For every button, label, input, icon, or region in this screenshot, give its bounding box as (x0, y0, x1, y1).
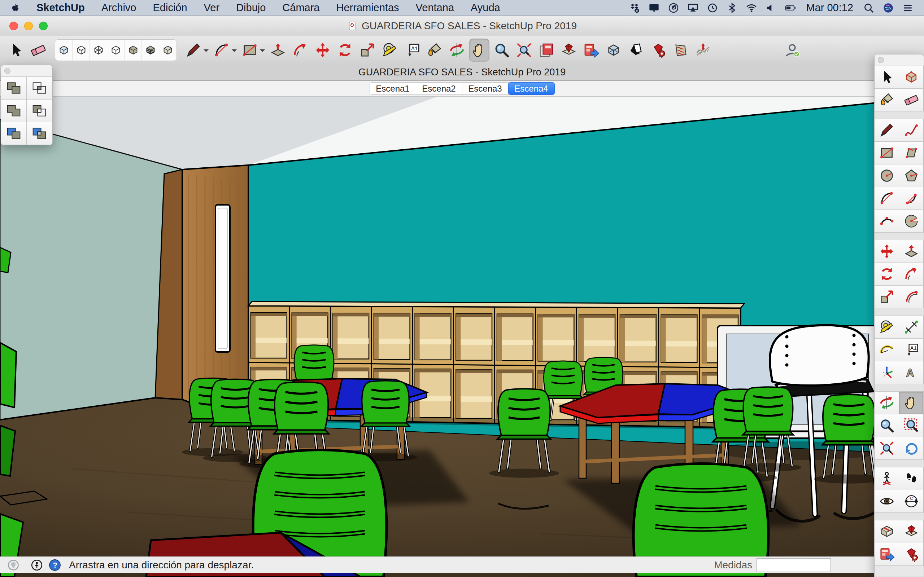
palette-tape-measure-button[interactable] (874, 316, 899, 338)
line-dropdown-arrow[interactable] (204, 49, 208, 55)
menubar-spotlight[interactable] (859, 2, 879, 14)
menubar-time-machine[interactable] (703, 2, 722, 14)
pan-button[interactable] (469, 39, 489, 62)
palette-arc-3point-button[interactable] (874, 210, 899, 233)
palette-text-button[interactable]: A1 (899, 338, 924, 361)
palette-follow-me-button[interactable] (899, 263, 924, 285)
menu-edicion[interactable]: Edición (144, 2, 195, 14)
palette-line-button[interactable] (874, 119, 899, 142)
tab-escena3[interactable]: Escena3 (462, 82, 509, 95)
scale-button[interactable] (357, 39, 378, 62)
credits-button[interactable] (30, 559, 43, 572)
palette-offset-button[interactable] (899, 285, 924, 308)
shadows-button[interactable] (626, 39, 646, 62)
palette-walk-button[interactable] (899, 467, 924, 490)
solid-split-button[interactable] (26, 122, 52, 145)
menubar-swirl[interactable] (664, 2, 683, 14)
style-wireframe-button[interactable] (90, 40, 107, 61)
menubar-dropbox[interactable] (625, 2, 644, 14)
large-tool-set-titlebar[interactable] (874, 55, 924, 66)
palette-extension-warehouse-button[interactable] (899, 520, 924, 543)
palette-polygon-button[interactable] (899, 164, 924, 187)
style-back-edges-button[interactable] (73, 40, 90, 61)
menu-camara[interactable]: Cámara (274, 2, 328, 14)
close-window-button[interactable] (10, 22, 18, 30)
paint-bucket-button[interactable] (425, 39, 445, 62)
menubar-siri[interactable] (879, 2, 898, 14)
menu-ayuda[interactable]: Ayuda (462, 2, 509, 14)
palette-zoom-extents-button[interactable] (874, 437, 899, 460)
palette-position-camera-button[interactable] (874, 467, 899, 490)
palette-pan-button[interactable] (899, 391, 924, 414)
push-pull-button[interactable] (268, 39, 288, 62)
palette-rotated-rectangle-button[interactable] (899, 141, 924, 164)
style-shaded-button[interactable] (124, 40, 142, 61)
palette-rotate-button[interactable] (874, 263, 899, 285)
help-button[interactable]: ? (48, 559, 61, 572)
palette-pie-button[interactable] (899, 210, 924, 233)
window-title-bar[interactable]: GUARDERIA SFO SALES - SketchUp Pro 2019 (0, 16, 924, 36)
minimize-window-button[interactable] (24, 22, 33, 30)
tab-escena4[interactable]: Escena4 (508, 82, 555, 95)
palette-send-to-layout-button[interactable] (874, 543, 899, 566)
arc-dropdown-arrow[interactable] (232, 49, 237, 55)
line-button[interactable] (183, 39, 204, 62)
menubar-battery[interactable] (781, 2, 800, 14)
sign-in-button[interactable] (782, 39, 803, 62)
menu-ver[interactable]: Ver (195, 2, 228, 14)
menu-dibujo[interactable]: Dibujo (228, 2, 274, 14)
palette-select-button[interactable] (874, 66, 899, 89)
style-hidden-line-button[interactable] (107, 40, 124, 61)
palette-push-pull-button[interactable] (899, 240, 924, 263)
palette-section-plane-button[interactable]: C (899, 490, 924, 513)
arc-button[interactable] (212, 39, 232, 62)
solid-intersect-button[interactable] (26, 76, 52, 100)
palette-look-around-button[interactable] (874, 490, 899, 513)
move-button[interactable] (313, 39, 333, 62)
model-viewport[interactable] (0, 97, 924, 577)
materials-button[interactable] (670, 39, 691, 62)
menubar-bluetooth[interactable] (722, 2, 742, 14)
send-to-layout-button[interactable] (581, 39, 601, 62)
style-shaded-textures-button[interactable] (142, 40, 159, 61)
follow-me-button[interactable] (290, 39, 310, 62)
zoom-window-button[interactable] (39, 22, 48, 30)
menubar-wifi[interactable] (742, 2, 761, 14)
palette-dimensions-button[interactable] (899, 316, 924, 338)
palette-make-component-button[interactable] (899, 66, 924, 89)
rectangle-button[interactable] (240, 39, 260, 62)
palette-scale-button[interactable] (874, 285, 899, 308)
style-monochrome-button[interactable] (159, 40, 176, 61)
palette-zoom-window-button[interactable] (899, 414, 924, 437)
menu-ventana[interactable]: Ventana (407, 2, 462, 14)
zoom-button[interactable] (492, 39, 512, 62)
tape-measure-button[interactable] (380, 39, 400, 62)
solid-outer-shell-button[interactable] (1, 76, 27, 100)
menu-sketchup[interactable]: SketchUp (28, 2, 93, 14)
tab-escena1[interactable]: Escena1 (370, 82, 416, 95)
palette-orbit-button[interactable] (874, 391, 899, 414)
close-icon[interactable] (4, 68, 10, 74)
palette-circle-button[interactable] (874, 164, 899, 187)
menu-clock[interactable]: Mar 00:12 (800, 2, 859, 14)
menubar-volume[interactable] (761, 2, 781, 14)
palette-move-button[interactable] (874, 240, 899, 263)
palette-zoom-button[interactable] (874, 414, 899, 437)
text-button[interactable]: A1 (402, 39, 422, 62)
palette-protractor-button[interactable] (874, 338, 899, 361)
solid-union-button[interactable] (1, 99, 27, 122)
solid-trim-button[interactable] (1, 122, 27, 145)
palette-zoom-previous-button[interactable] (899, 437, 924, 460)
orbit-button[interactable] (447, 39, 467, 62)
rectangle-dropdown-arrow[interactable] (260, 49, 265, 55)
apple-menu[interactable] (6, 2, 28, 14)
palette-eraser-button[interactable] (899, 89, 924, 111)
palette-arc-2point-button[interactable] (899, 187, 924, 210)
menubar-display[interactable] (644, 2, 664, 14)
rotate-button[interactable] (335, 39, 355, 62)
layout-button[interactable] (536, 39, 557, 62)
xray-mode-button[interactable] (604, 39, 624, 62)
style-xray-button[interactable] (55, 40, 73, 61)
select-button[interactable] (6, 39, 26, 62)
palette-axes-button[interactable] (874, 361, 899, 384)
